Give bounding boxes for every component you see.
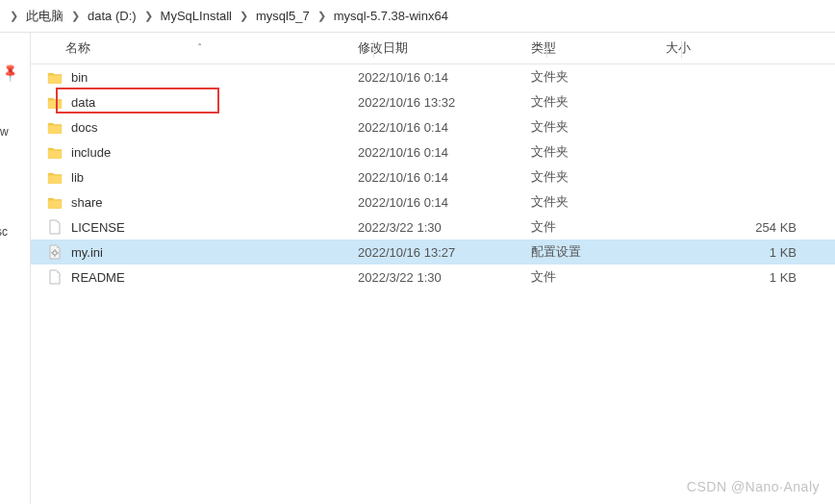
file-type: 文件夹: [531, 143, 666, 161]
column-header-name[interactable]: 名称 ˆ: [31, 39, 358, 57]
file-name: lib: [71, 170, 84, 185]
column-divider: [681, 40, 682, 58]
sort-indicator-icon: ˆ: [198, 43, 201, 54]
file-name-cell: README: [46, 268, 358, 286]
file-name-cell: bin: [46, 68, 358, 86]
folder-icon: [46, 168, 63, 186]
folder-icon: [46, 143, 63, 161]
file-name: bin: [71, 70, 88, 85]
file-type: 文件夹: [531, 193, 666, 211]
file-type: 文件夹: [531, 93, 666, 111]
file-type: 文件: [531, 268, 666, 286]
chevron-right-icon: ❯: [140, 10, 157, 22]
file-name: share: [71, 195, 103, 210]
file-date: 2022/10/16 0:14: [358, 120, 531, 135]
file-name: LICENSE: [71, 220, 125, 235]
file-name-cell: my.ini: [46, 243, 358, 261]
file-name-cell: LICENSE: [46, 218, 358, 236]
file-size: 254 KB: [666, 220, 835, 235]
nav-sidebar: 📌 )-w rsc: [0, 33, 31, 504]
file-type: 文件: [531, 218, 666, 236]
file-type: 配置设置: [531, 243, 666, 261]
column-divider: [373, 40, 374, 58]
breadcrumb-item[interactable]: data (D:): [84, 9, 140, 23]
column-header-type[interactable]: 类型: [531, 39, 666, 57]
folder-icon: [46, 93, 63, 111]
sidebar-fragment: rsc: [0, 225, 8, 239]
pin-icon[interactable]: 📌: [0, 51, 31, 83]
file-date: 2022/10/16 0:14: [358, 170, 531, 185]
folder-icon: [46, 118, 63, 136]
chevron-right-icon: ❯: [236, 10, 252, 22]
chevron-right-icon: ❯: [67, 10, 84, 22]
file-size: 1 KB: [666, 245, 835, 260]
breadcrumb-item[interactable]: MySqLInstall: [157, 9, 236, 23]
file-date: 2022/10/16 13:32: [358, 95, 531, 110]
file-icon: [46, 268, 63, 286]
column-header-size[interactable]: 大小: [666, 39, 835, 57]
file-row[interactable]: LICENSE2022/3/22 1:30文件254 KB: [31, 214, 835, 239]
file-name: include: [71, 145, 111, 160]
folder-icon: [46, 193, 63, 211]
file-row[interactable]: docs2022/10/16 0:14文件夹: [31, 114, 835, 139]
file-row[interactable]: my.ini2022/10/16 13:27配置设置1 KB: [31, 239, 835, 265]
file-name-cell: data: [46, 93, 358, 111]
file-row[interactable]: lib2022/10/16 0:14文件夹: [31, 164, 835, 189]
file-name-cell: docs: [46, 118, 358, 136]
file-rows: bin2022/10/16 0:14文件夹data2022/10/16 13:3…: [31, 64, 835, 290]
file-type: 文件夹: [531, 68, 666, 86]
column-header-date[interactable]: 修改日期: [358, 39, 531, 57]
file-list-panel: 名称 ˆ 修改日期 类型 大小 bin2022/10/16 0:14文件夹dat…: [31, 33, 835, 504]
file-date: 2022/3/22 1:30: [358, 270, 531, 285]
file-icon: [46, 218, 63, 236]
file-name: README: [71, 270, 125, 285]
file-date: 2022/10/16 0:14: [358, 145, 531, 160]
file-row[interactable]: README2022/3/22 1:30文件1 KB: [31, 265, 835, 290]
file-type: 文件夹: [531, 118, 666, 136]
settings-file-icon: [46, 243, 63, 261]
file-name-cell: include: [46, 143, 358, 161]
file-type: 文件夹: [531, 168, 666, 186]
breadcrumb: ❯ 此电脑 ❯ data (D:) ❯ MySqLInstall ❯ mysql…: [0, 0, 835, 33]
watermark: CSDN @Nano·Analy: [687, 479, 820, 494]
column-headers: 名称 ˆ 修改日期 类型 大小: [31, 33, 835, 64]
chevron-right-icon: ❯: [314, 10, 330, 22]
column-label: 名称: [65, 40, 90, 55]
file-row[interactable]: data2022/10/16 13:32文件夹: [31, 89, 835, 114]
column-divider: [546, 40, 547, 58]
breadcrumb-item[interactable]: 此电脑: [22, 8, 67, 25]
file-size: 1 KB: [666, 270, 835, 285]
sidebar-fragment: )-w: [0, 125, 9, 139]
file-name: docs: [71, 120, 97, 135]
file-name-cell: share: [46, 193, 358, 211]
file-name: data: [71, 95, 95, 110]
file-row[interactable]: share2022/10/16 0:14文件夹: [31, 189, 835, 214]
file-row[interactable]: include2022/10/16 0:14文件夹: [31, 139, 835, 164]
file-name: my.ini: [71, 245, 103, 260]
breadcrumb-item[interactable]: mysql-5.7.38-winx64: [330, 9, 452, 23]
chevron-right-icon: ❯: [6, 10, 22, 22]
file-date: 2022/3/22 1:30: [358, 220, 531, 235]
file-name-cell: lib: [46, 168, 358, 186]
file-date: 2022/10/16 0:14: [358, 70, 531, 85]
file-date: 2022/10/16 13:27: [358, 245, 531, 260]
file-date: 2022/10/16 0:14: [358, 195, 531, 210]
folder-icon: [46, 68, 63, 86]
breadcrumb-item[interactable]: mysql5_7: [252, 9, 314, 23]
file-row[interactable]: bin2022/10/16 0:14文件夹: [31, 64, 835, 89]
